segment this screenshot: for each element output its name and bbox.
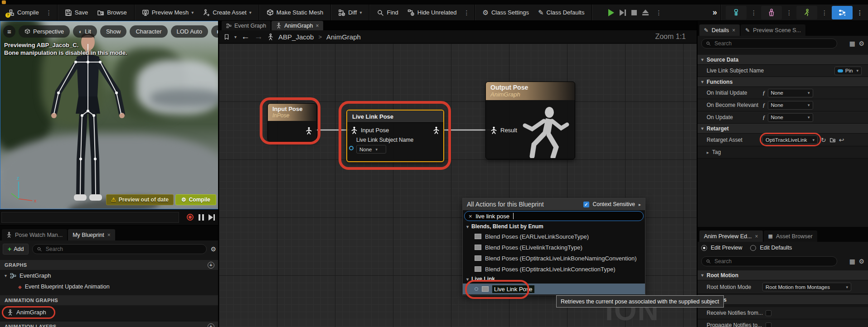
lit-mode-button[interactable]: ◐ Lit [73,25,97,38]
hide-unrelated-button[interactable]: Hide Unrelated [404,6,461,19]
settings-gear-icon[interactable]: ⚙ [858,40,864,47]
perspective-button[interactable]: Perspective [19,25,70,38]
blueprint-editor-button[interactable] [832,6,853,19]
clear-search-icon[interactable]: × [469,213,472,220]
details-search-input[interactable] [713,40,833,47]
skeleton-options-icon[interactable]: ⋮ [749,9,758,16]
edit-defaults-radio[interactable] [750,245,756,251]
grid-view-icon[interactable]: ▦ [849,258,855,265]
section-retarget[interactable]: ▾ Retarget [698,124,868,134]
result-pin[interactable]: Result [490,126,517,134]
node-live-link-pose[interactable]: Live Link Pose Input Pose Live Link Subj… [346,110,444,162]
subject-name-pin[interactable] [349,146,354,150]
group-live-link[interactable]: ▾ Live Link [463,274,645,284]
timeline-track[interactable] [1,212,179,223]
receive-notifies-checkbox[interactable] [766,310,771,316]
action-item[interactable]: Blend Poses (ELivelinkTrackingType) [463,242,645,253]
show-menu-button[interactable]: Show [100,25,127,38]
add-button[interactable]: + Add [3,244,29,255]
on-initial-update-dropdown[interactable]: None ▾ [768,89,813,97]
tab-anim-preview-editor[interactable]: Anim Preview Ed... × [699,231,763,242]
tab-animgraph[interactable]: AnimGraph × [272,21,323,30]
preview-editor-search[interactable] [701,256,837,266]
skeleton-editor-button[interactable] [726,6,747,19]
class-defaults-button[interactable]: ✎ Class Defaults [534,6,588,19]
play-button[interactable] [608,9,614,16]
item-animgraph[interactable]: AnimGraph [7,309,46,316]
browse-button[interactable]: Browse [93,6,130,19]
item-event-blueprint-update-animation[interactable]: ◆ Event Blueprint Update Animation [18,284,110,290]
preview-editor-search-input[interactable] [713,258,833,265]
grid-view-icon[interactable]: ▦ [849,40,855,47]
animation-editor-button[interactable] [796,6,817,19]
action-item[interactable]: Blend Poses (EARLiveLinkSourceType) [463,231,645,242]
viewport-menu-icon[interactable]: ≡ [3,25,15,38]
nav-forward-icon[interactable]: → [254,32,263,42]
close-icon[interactable]: × [732,27,735,34]
create-asset-button[interactable]: Create Asset ▾ [199,6,255,19]
breadcrumb-root[interactable]: ABP_Jacob [278,33,314,41]
find-button[interactable]: Find [373,6,402,19]
skeletal-mesh-editor-button[interactable] [761,6,782,19]
character-menu-button[interactable]: Character [130,25,167,38]
details-search[interactable] [701,38,837,48]
node-input-pose[interactable]: Input Pose InPose [267,103,317,142]
eject-button[interactable] [642,10,649,15]
section-animation-graphs[interactable]: ANIMATION GRAPHS [0,295,219,305]
record-button[interactable] [187,214,194,221]
on-update-dropdown[interactable]: None ▾ [768,113,813,122]
make-static-mesh-button[interactable]: Make Static Mesh [263,6,327,19]
animation-options-icon[interactable]: ⋮ [820,9,829,16]
nav-back-icon[interactable]: ← [241,32,250,42]
propagate-notifies-checkbox[interactable] [766,322,771,327]
edit-preview-radio[interactable] [701,245,707,251]
preview-out-of-date-button[interactable]: ⚠ Preview out of date [106,194,174,205]
tab-details[interactable]: ✎ Details × [699,24,740,36]
pause-button[interactable] [199,214,204,221]
reset-to-default-icon[interactable]: ↩ [839,136,844,144]
compile-options-icon[interactable]: ⋮ [44,9,53,16]
action-item-live-link-pose[interactable]: Live Link Pose [463,284,645,294]
my-blueprint-search[interactable] [32,244,207,254]
pose-output-pin[interactable] [433,126,440,134]
class-settings-button[interactable]: ⚙ Class Settings [479,6,533,19]
action-item[interactable]: Blend Poses (EOptitrackLiveLinkBoneNamin… [463,253,645,264]
action-item[interactable]: Blend Poses (EOptitrackLiveLinkConnectio… [463,264,645,274]
section-animation-layers[interactable]: ANIMATION LAYERS + [0,322,219,327]
close-icon[interactable]: × [755,233,758,240]
viewport-compile-button[interactable]: ⚙ Compile [175,194,216,205]
item-eventgraph[interactable]: ▾ EventGraph [5,272,51,279]
node-output-pose[interactable]: Output Pose AnimGraph Result [485,82,575,159]
add-graph-icon[interactable]: + [208,262,214,269]
browse-to-asset-icon[interactable] [829,137,836,143]
blueprint-options-icon[interactable]: ⋮ [855,9,864,16]
section-graphs[interactable]: GRAPHS + [0,260,219,270]
chevron-down-icon[interactable]: ▾ [234,34,237,39]
on-become-relevant-dropdown[interactable]: None ▾ [768,101,813,110]
input-pose-pin[interactable]: Input Pose [351,126,389,134]
mesh-options-icon[interactable]: ⋮ [785,9,794,16]
step-forward-button[interactable] [620,10,626,16]
context-sensitive-checkbox[interactable]: ✓ [583,202,589,207]
section-root-motion[interactable]: ▾ Root Motion [698,270,868,280]
retarget-asset-dropdown[interactable]: OptiTrackLiveLink ▾ [762,135,818,144]
preview-mesh-button[interactable]: Preview Mesh ▾ [138,6,198,19]
tab-event-graph[interactable]: Event Graph [222,21,271,30]
filter-gear-icon[interactable]: ⚙ [210,246,216,252]
breadcrumb-current[interactable]: AnimGraph [326,33,361,41]
add-layer-icon[interactable]: + [208,323,214,327]
subject-name-dropdown[interactable]: None ▾ [356,145,386,154]
menu-options-icon[interactable]: ▸ [639,202,641,207]
compile-button[interactable]: ? Compile [4,6,43,19]
expander-icon[interactable]: ▾ [5,273,7,278]
tab-asset-browser[interactable]: ▦ Asset Browser [764,231,817,242]
pose-output-pin[interactable] [305,127,312,135]
preview-viewport[interactable]: ≡ Perspective ◐ Lit Show Character LOD A… [0,21,219,209]
diff-button[interactable]: Diff ▾ [335,6,365,19]
tab-preview-scene-settings[interactable]: ✎ Preview Scene S... [741,24,805,36]
settings-gear-icon[interactable]: ⚙ [858,258,864,265]
lod-auto-button[interactable]: LOD Auto [171,25,208,38]
toolbar-overflow-icon[interactable]: » [713,8,717,17]
close-icon[interactable]: × [107,232,111,238]
play-options-icon[interactable]: ⋮ [654,9,663,16]
